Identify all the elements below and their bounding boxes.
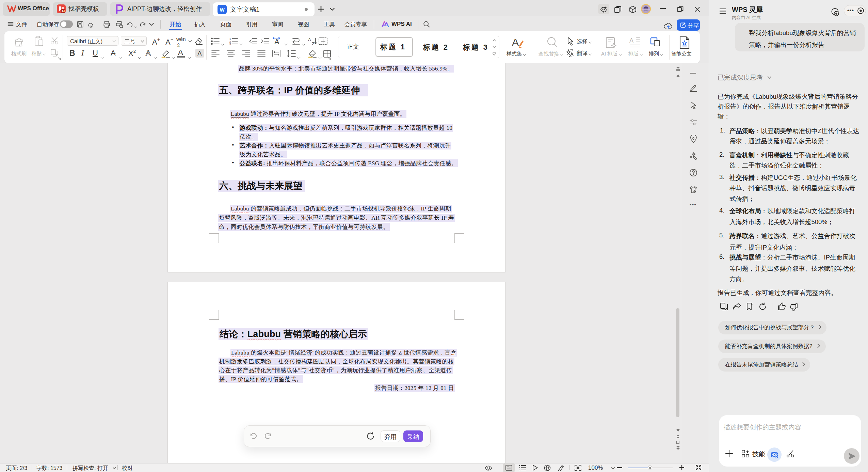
svg-text:Z: Z [312, 41, 315, 46]
svg-text:AI: AI [62, 9, 65, 13]
svg-text:A: A [308, 37, 311, 42]
svg-text:3: 3 [229, 43, 231, 45]
svg-text:A: A [629, 37, 633, 44]
svg-text:W: W [220, 7, 225, 13]
svg-text:A: A [512, 36, 519, 48]
